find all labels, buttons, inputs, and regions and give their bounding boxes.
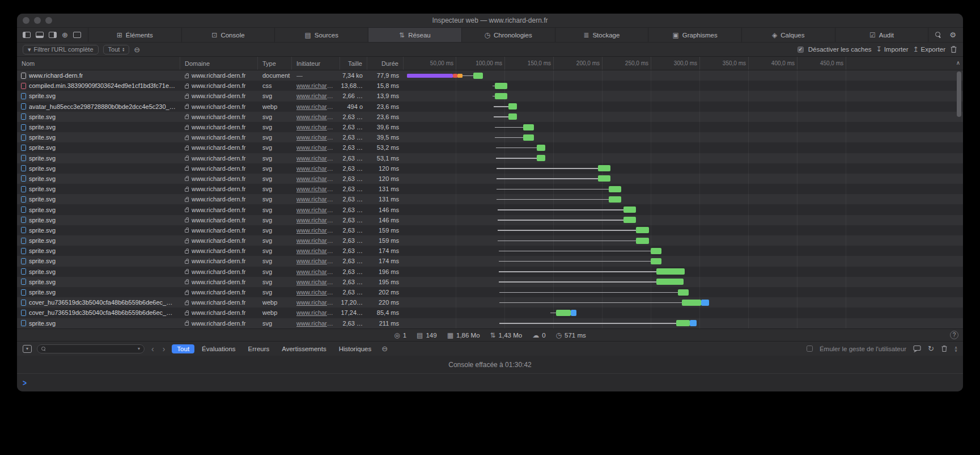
scope-circle-icon[interactable]: ⊖ [381,344,388,353]
close-button[interactable] [23,17,29,24]
element-picker-icon[interactable]: ⊕ [62,31,68,39]
table-row[interactable]: sprite.svg www.richard-dern.fr svg www.r… [17,174,963,184]
tab-layers[interactable]: ◈ Calques [741,28,835,42]
dock-right-icon[interactable] [49,32,57,38]
initiator-link[interactable]: www.richard-d… [296,134,336,141]
initiator-link[interactable]: www.richard-d… [296,82,336,89]
column-header-duree[interactable]: Durée [367,57,404,70]
vertical-scrollbar[interactable] [957,71,961,117]
initiator-link[interactable]: www.richard-d… [296,155,336,162]
table-row[interactable]: sprite.svg www.richard-dern.fr svg www.r… [17,204,963,214]
table-row[interactable]: sprite.svg www.richard-dern.fr svg www.r… [17,318,963,328]
minimize-button[interactable] [34,17,41,24]
column-header-type[interactable]: Type [258,57,292,70]
trash-icon[interactable] [941,345,948,352]
initiator-link[interactable]: www.richard-d… [296,268,336,275]
scope-circle-icon[interactable]: ⊖ [134,45,140,54]
table-row[interactable]: sprite.svg www.richard-dern.fr svg www.r… [17,163,963,174]
console-filter-icon[interactable]: ▾ [23,345,32,353]
initiator-link[interactable]: www.richard-d… [296,309,336,316]
initiator-link[interactable]: www.richard-d… [296,124,336,130]
dock-bottom-icon[interactable] [36,32,44,38]
dock-left-icon[interactable] [23,32,31,38]
column-header-initiateur[interactable]: Initiateur [292,57,340,70]
tab-sources[interactable]: ▤ Sources [274,28,368,42]
device-icon[interactable] [73,32,81,38]
initiator-link[interactable]: www.richard-d… [296,103,336,110]
initiator-link[interactable]: www.richard-d… [296,320,336,327]
initiator-link[interactable]: www.richard-d… [296,247,336,254]
table-row[interactable]: sprite.svg www.richard-dern.fr svg www.r… [17,132,963,142]
table-row[interactable]: sprite.svg www.richard-dern.fr svg www.r… [17,246,963,256]
table-row[interactable]: sprite.svg www.richard-dern.fr svg www.r… [17,267,963,277]
table-row[interactable]: avatar_hu85ecc3e298728880b0bde2dcc4e5c23… [17,102,963,112]
scroll-up-icon[interactable]: ∧ [956,60,960,66]
table-row[interactable]: sprite.svg www.richard-dern.fr svg www.r… [17,277,963,287]
help-button[interactable]: ? [950,331,958,339]
initiator-link[interactable]: www.richard-d… [296,258,336,264]
table-row[interactable]: cover_hu736519dc3b5040cfa48b6b559b6de6ec… [17,297,963,307]
tab-network[interactable]: ⇅ Réseau [368,28,461,42]
table-row[interactable]: cover_hu736519dc3b5040cfa48b6b559b6de6ec… [17,307,963,318]
table-row[interactable]: sprite.svg www.richard-dern.fr svg www.r… [17,194,963,204]
console-tab-erreurs[interactable]: Erreurs [243,344,275,353]
initiator-link[interactable]: www.richard-d… [296,92,336,99]
console-tab-historiques[interactable]: Historiques [334,344,377,353]
initiator-link[interactable]: www.richard-d… [296,165,336,172]
table-row[interactable]: sprite.svg www.richard-dern.fr svg www.r… [17,91,963,101]
column-header-taille[interactable]: Taille [340,57,367,70]
initiator-link[interactable]: www.richard-d… [296,186,336,192]
trash-icon[interactable] [950,45,957,53]
table-row[interactable]: compiled.min.38390909f303624ed9e1cf1bd3f… [17,81,963,91]
console-tab-tout[interactable]: Tout [172,344,194,353]
initiator-link[interactable]: www.richard-d… [296,299,336,306]
initiator-link[interactable]: www.richard-d… [296,227,336,234]
table-row[interactable]: sprite.svg www.richard-dern.fr svg www.r… [17,122,963,132]
initiator-link[interactable]: www.richard-d… [296,217,336,224]
initiator-link[interactable]: www.richard-d… [296,144,336,151]
collapse-console-icon[interactable]: ∧∨ [954,346,957,352]
initiator-link[interactable]: www.richard-d… [296,196,336,203]
console-search-input[interactable]: ▾ [37,344,145,353]
table-row[interactable]: sprite.svg www.richard-dern.fr svg www.r… [17,142,963,153]
zoom-button[interactable] [45,17,52,24]
column-header-nom[interactable]: Nom [17,57,180,70]
table-row[interactable]: sprite.svg www.richard-dern.fr svg www.r… [17,235,963,246]
tab-elements[interactable]: ⊞ Éléments [88,28,181,42]
emulate-gesture-checkbox[interactable] [807,346,813,352]
tab-timelines[interactable]: ◷ Chronologies [461,28,555,42]
disable-caches-checkbox[interactable]: ✓ [797,47,804,53]
table-row[interactable]: sprite.svg www.richard-dern.fr svg www.r… [17,215,963,225]
initiator-link[interactable]: www.richard-d… [296,175,336,182]
console-tab-evaluations[interactable]: Évaluations [197,344,240,353]
table-row[interactable]: sprite.svg www.richard-dern.fr svg www.r… [17,112,963,122]
url-filter-input[interactable]: ▾ Filtrer l'URL complète [23,45,99,54]
import-button[interactable]: ↧ Importer [876,45,909,53]
tab-audit[interactable]: ☑ Audit [835,28,928,42]
table-row[interactable]: www.richard-dern.fr www.richard-dern.fr … [17,70,963,81]
tab-console[interactable]: ⊡ Console [181,28,275,42]
table-row[interactable]: sprite.svg www.richard-dern.fr svg www.r… [17,287,963,297]
clear-console-icon[interactable]: ↻ [928,344,934,353]
initiator-link[interactable]: www.richard-d… [296,207,336,213]
tab-storage[interactable]: ≣ Stockage [555,28,648,42]
initiator-link[interactable]: www.richard-d… [296,113,336,120]
scope-select[interactable]: Tout ▴▾ [103,45,130,54]
gear-icon[interactable]: ⚙ [949,31,956,39]
initiator-link[interactable]: www.richard-d… [296,279,336,285]
initiator-link[interactable]: www.richard-d… [296,289,336,296]
table-row[interactable]: sprite.svg www.richard-dern.fr svg www.r… [17,153,963,163]
initiator-link[interactable]: www.richard-d… [296,237,336,244]
column-header-domaine[interactable]: Domaine [180,57,258,70]
message-bubble-icon[interactable] [913,345,921,352]
console-prompt[interactable]: > [17,374,963,391]
console-tab-avertissements[interactable]: Avertissements [277,344,331,353]
export-button[interactable]: ↥ Exporter [913,45,945,53]
table-row[interactable]: sprite.svg www.richard-dern.fr svg www.r… [17,225,963,235]
tab-graphics[interactable]: ▣ Graphismes [648,28,741,42]
search-icon[interactable] [935,32,941,38]
table-row[interactable]: sprite.svg www.richard-dern.fr svg www.r… [17,184,963,194]
back-button[interactable]: ‹ [150,344,156,353]
table-row[interactable]: sprite.svg www.richard-dern.fr svg www.r… [17,256,963,266]
forward-button[interactable]: › [161,344,167,353]
